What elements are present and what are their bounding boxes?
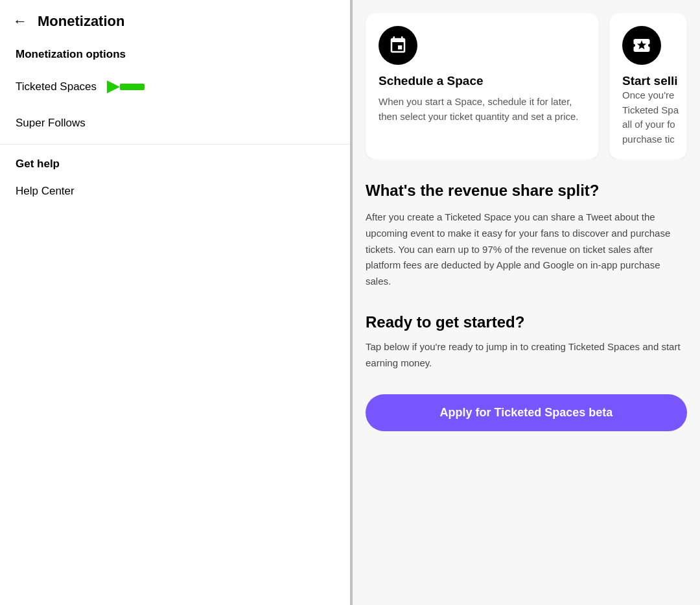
ticketed-spaces-row[interactable]: Ticketed Spaces <box>16 75 154 99</box>
help-center-label: Help Center <box>16 185 75 198</box>
nav-ticketed-spaces[interactable]: Ticketed Spaces <box>0 66 350 108</box>
green-arrow-icon <box>102 75 154 99</box>
partial-desc-line4: purchase tic <box>622 132 674 147</box>
header: ← Monetization <box>0 0 350 40</box>
left-panel: ← Monetization Monetization options Tick… <box>0 0 350 605</box>
main-content: What's the revenue share split? After yo… <box>353 160 700 457</box>
started-desc: Tap below if you're ready to jump in to … <box>366 339 687 372</box>
partial-desc-line3: all of your fo <box>622 117 674 132</box>
svg-rect-0 <box>120 84 145 90</box>
revenue-title: What's the revenue share split? <box>366 180 687 200</box>
super-follows-label: Super Follows <box>16 117 86 130</box>
page-title: Monetization <box>38 13 124 30</box>
partial-desc-line1: Once you're <box>622 88 674 103</box>
divider <box>0 144 350 145</box>
right-panel: Schedule a Space When you start a Space,… <box>353 0 700 605</box>
calendar-clock-icon <box>388 36 408 55</box>
revenue-desc: After you create a Ticketed Space you ca… <box>366 209 687 290</box>
schedule-card-title: Schedule a Space <box>379 74 586 88</box>
start-selling-card-partial: Start selli Once you're Ticketed Spa all… <box>609 13 687 160</box>
back-button[interactable]: ← <box>13 13 27 30</box>
cards-row: Schedule a Space When you start a Space,… <box>353 0 700 160</box>
ticket-icon-circle <box>622 26 661 65</box>
schedule-space-card: Schedule a Space When you start a Space,… <box>366 13 599 160</box>
monetization-options-label: Monetization options <box>0 40 350 66</box>
started-title: Ready to get started? <box>366 313 687 331</box>
nav-super-follows[interactable]: Super Follows <box>0 108 350 139</box>
nav-help-center[interactable]: Help Center <box>0 176 350 207</box>
partial-desc-line2: Ticketed Spa <box>622 103 674 118</box>
start-selling-title-partial: Start selli <box>622 74 674 88</box>
svg-marker-1 <box>107 80 120 93</box>
schedule-card-desc: When you start a Space, schedule it for … <box>379 95 586 124</box>
get-help-label: Get help <box>0 150 350 176</box>
ticket-icon <box>632 36 651 55</box>
apply-button[interactable]: Apply for Ticketed Spaces beta <box>366 394 687 431</box>
ticketed-spaces-label: Ticketed Spaces <box>16 80 97 93</box>
schedule-icon-circle <box>379 26 417 65</box>
